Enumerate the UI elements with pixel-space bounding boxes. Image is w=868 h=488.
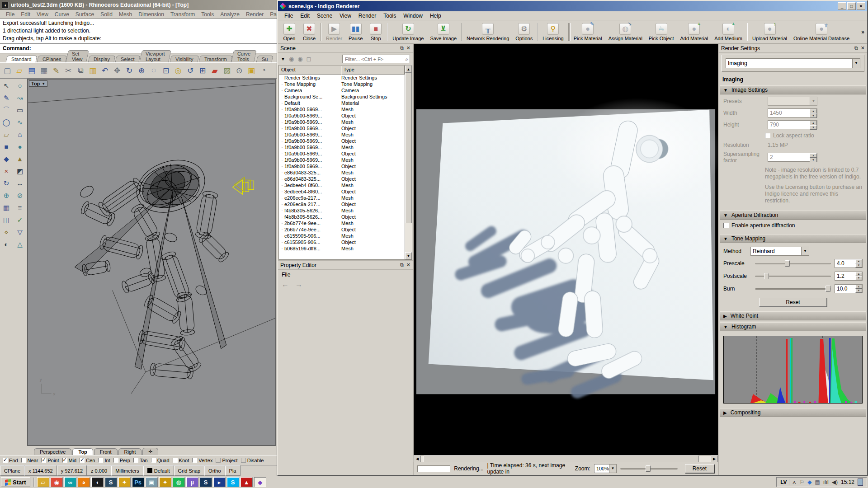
curve-tool-icon[interactable]: ✎ xyxy=(0,92,13,104)
scene-filter-box[interactable]: ⌕ xyxy=(342,55,410,63)
rhino-menu-item[interactable]: View xyxy=(33,11,52,18)
chamfer-tool-icon[interactable]: ▽ xyxy=(14,226,26,238)
taskbar-skype-icon[interactable]: S xyxy=(227,477,239,487)
taskbar-photoshop-icon[interactable]: Ps xyxy=(132,477,144,487)
add-medium-button[interactable]: ◐+ Add Medium xyxy=(712,21,745,43)
undo-view-icon[interactable]: ↺ xyxy=(185,65,196,76)
viewport-title-chip[interactable]: Top▼ xyxy=(29,80,47,87)
tray-chevron-icon[interactable]: ⋏ xyxy=(793,479,797,485)
scene-table-row[interactable]: 2b6b774e-9ee...Mesh xyxy=(279,220,405,226)
section-white-point[interactable]: ▶ White Point xyxy=(720,311,866,320)
taskbar-swirl2-icon[interactable]: ✦ xyxy=(159,477,171,487)
boolean-diff-icon[interactable]: ⊘ xyxy=(14,189,26,202)
maximize-button[interactable]: □ xyxy=(847,2,856,10)
scene-table-row[interactable]: 1f0a9b00-5969...Mesh xyxy=(279,131,405,138)
indigo-titlebar[interactable]: scene.igs - Indigo Renderer _ □ ✕ xyxy=(278,1,867,11)
render-button[interactable]: ▶ Render xyxy=(323,21,345,43)
scene-table-row[interactable]: e206ec9a-217...Mesh xyxy=(279,195,405,201)
hatch-icon[interactable]: ▨ xyxy=(222,65,232,76)
annotate-icon[interactable]: ✎ xyxy=(51,65,61,76)
indigo-menu-item[interactable]: File xyxy=(281,12,297,19)
scene-table-row[interactable]: f4b8b305-5626...Object xyxy=(279,214,405,220)
circle-shape-icon[interactable]: ◯ xyxy=(0,116,13,128)
rhino-menu-item[interactable]: Analyze xyxy=(217,11,243,18)
zoom-reset-button[interactable]: Reset xyxy=(685,464,714,473)
toolbar-button[interactable] xyxy=(386,21,389,43)
scene-table-row[interactable]: 1f0a9b00-5969...Mesh xyxy=(279,119,405,125)
arc-tool-icon[interactable]: ⌒ xyxy=(0,104,13,116)
scene-table-row[interactable]: 1f0a9b00-5969...Mesh xyxy=(279,144,405,150)
close-panel-icon[interactable]: ✕ xyxy=(861,45,865,51)
scene-table-row[interactable]: 2b6b774e-9ee...Object xyxy=(279,226,405,233)
rotate-view-icon[interactable]: ↻ xyxy=(124,65,135,76)
rhino-toolbar-tab[interactable]: Visibility xyxy=(170,56,199,62)
status-pane[interactable]: CPlane xyxy=(0,465,24,476)
osnap-toggle[interactable]: Vertex xyxy=(192,458,212,463)
float-panel-icon[interactable]: ⧉ xyxy=(400,262,404,268)
column-header-object[interactable]: Object xyxy=(279,66,341,75)
osnap-toggle[interactable]: Tan xyxy=(133,458,148,463)
scene-table-row[interactable]: e86d0483-325...Mesh xyxy=(279,169,405,176)
rotate-tool-icon[interactable]: ↻ xyxy=(0,177,13,189)
status-pane[interactable]: Grid Snap xyxy=(174,465,205,476)
scene-scrollbar[interactable]: ▲ ▼ xyxy=(405,66,412,259)
taskbar-chrome-icon[interactable]: ◉ xyxy=(51,477,63,487)
viewport-tab[interactable]: Top xyxy=(72,448,93,455)
print-icon[interactable]: ▦ xyxy=(38,65,49,76)
osnap-toggle[interactable]: Int xyxy=(98,458,110,463)
taskbar-torrent-icon[interactable]: µ xyxy=(186,477,198,487)
zoom-slider[interactable] xyxy=(620,465,678,473)
scene-table-row[interactable]: e86d0483-325...Object xyxy=(279,176,405,182)
options-button[interactable]: ⚙ Options xyxy=(513,21,535,43)
rhino-titlebar[interactable]: ◖ urtools_test2.3dm (1600 KB) - Rhinocer… xyxy=(0,0,277,10)
scene-table-row[interactable]: c6155905-906...Mesh xyxy=(279,233,405,239)
taskbar-steam-icon[interactable]: S xyxy=(200,477,212,487)
open-button[interactable]: ✚ Open xyxy=(280,21,299,43)
tonemapping-reset-button[interactable]: Reset xyxy=(759,298,827,307)
mesh-tool-icon[interactable]: △ xyxy=(14,238,26,250)
new-file-icon[interactable]: ▢ xyxy=(2,65,13,76)
rhino-viewport[interactable]: Top▼ xyxy=(27,79,276,446)
viewport-tab[interactable]: Perspective xyxy=(34,448,71,455)
camera-filter-icon[interactable]: ◉ xyxy=(289,56,294,62)
scene-table-row[interactable]: 1f0a9b00-5969...Object xyxy=(279,163,405,169)
section-compositing[interactable]: ▶ Compositing xyxy=(720,408,866,417)
status-pane[interactable]: Ortho xyxy=(204,465,225,476)
toolbar-button[interactable] xyxy=(567,21,570,43)
rhino-menu-item[interactable]: Mesh xyxy=(116,11,135,18)
section-tone-mapping[interactable]: ▼ Tone Mapping xyxy=(720,234,866,243)
status-pane[interactable]: x 1144.652 xyxy=(24,465,57,476)
pan-icon[interactable]: ✥ xyxy=(112,65,123,76)
rhino-menu-item[interactable]: Tools xyxy=(198,11,217,18)
update-image-button[interactable]: ↻ Update Image xyxy=(390,21,426,43)
osnap-toggle[interactable]: Quad xyxy=(151,458,170,463)
minimize-button[interactable]: _ xyxy=(838,2,846,10)
section-histogram[interactable]: ▼ Histogram xyxy=(720,322,866,331)
join-tool-icon[interactable]: ◫ xyxy=(0,214,13,226)
show-desktop-icon[interactable] xyxy=(858,479,863,486)
scene-table-row[interactable]: 3edbeeb4-8f60...Object xyxy=(279,188,405,195)
taskbar-indigo-icon[interactable]: ◆ xyxy=(254,477,266,487)
postscale-value[interactable]: 1.2▲▼ xyxy=(835,272,863,281)
scene-table-row[interactable]: e206ec9a-217...Object xyxy=(279,201,405,207)
burn-slider[interactable] xyxy=(755,285,831,293)
settings-category-combo[interactable]: Imaging ▼ xyxy=(726,58,860,68)
zoom-combo[interactable]: 100% ▼ xyxy=(594,464,617,473)
check-tool-icon[interactable]: ✓ xyxy=(14,214,26,226)
osnap-toggle[interactable]: Disable xyxy=(241,458,264,463)
rhino-toolbar-tab[interactable]: Set View xyxy=(66,50,89,62)
scene-table-row[interactable]: CameraCamera xyxy=(279,87,405,94)
sphere-tool-icon[interactable]: ● xyxy=(14,141,26,153)
forward-arrow-icon[interactable]: → xyxy=(295,281,302,289)
shapes-icon[interactable]: ▣ xyxy=(246,65,257,76)
osnap-toggle[interactable]: End xyxy=(3,458,18,463)
zoom-selected-icon[interactable]: ◎ xyxy=(173,65,184,76)
network-rendering-button[interactable]: ╥ Network Rendering xyxy=(464,21,512,43)
indigo-menu-item[interactable]: Edit xyxy=(297,12,313,19)
viewport-layout-icon[interactable]: ⊞ xyxy=(197,65,208,76)
tray-power-icon[interactable]: ▤ xyxy=(815,479,820,485)
ellipsoid-tool-icon[interactable]: ◆ xyxy=(0,153,13,165)
scene-table-row[interactable]: Tone MappingTone Mapping xyxy=(279,81,405,87)
scene-table-row[interactable]: 1f0a9b00-5969...Mesh xyxy=(279,106,405,113)
cone-tool-icon[interactable]: ▲ xyxy=(14,153,26,165)
